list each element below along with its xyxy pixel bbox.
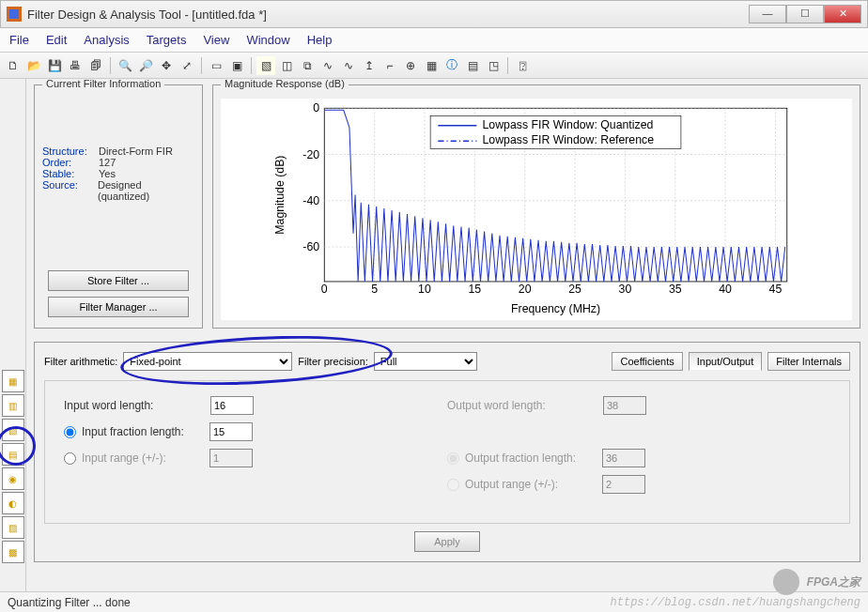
svg-text:10: 10 <box>418 283 431 296</box>
tab-input-output[interactable]: Input/Output <box>689 352 763 371</box>
titlebar: Filter Design & Analysis Tool - [untitle… <box>0 0 868 28</box>
apply-button: Apply <box>414 531 480 552</box>
structure-label: Structure: <box>42 145 99 157</box>
info-icon[interactable]: ⓘ <box>442 56 461 75</box>
iwl-label: Input word length: <box>64 399 205 412</box>
menu-window[interactable]: Window <box>246 33 289 47</box>
watermark-text: FPGA之家 <box>807 574 860 590</box>
store-filter-button[interactable]: Store Filter ... <box>48 270 189 291</box>
groupdelay-icon[interactable]: ∿ <box>318 56 337 75</box>
phase-plot-icon[interactable]: ◫ <box>277 56 296 75</box>
or-radio <box>447 479 459 491</box>
legend-series1: Lowpass FIR Window: Quantized <box>483 118 654 131</box>
window-icon[interactable]: ▭ <box>207 56 225 75</box>
output-fraction-length-field <box>602 449 645 467</box>
svg-text:35: 35 <box>669 283 682 296</box>
output-range-field <box>602 475 645 494</box>
side-transform-icon[interactable]: ▨ <box>2 516 24 539</box>
cfi-legend: Current Filter Information <box>42 79 164 89</box>
left-sidebar: ▦ ▥ ▧ ▤ ◉ ◐ ▨ ▩ <box>0 79 26 591</box>
side-multirate-icon[interactable]: ▤ <box>2 443 24 466</box>
input-range-field <box>209 449 253 467</box>
current-filter-info-panel: Current Filter Information Structure:Dir… <box>34 84 203 329</box>
status-text: Quantizing Filter ... done <box>8 596 131 609</box>
printpreview-icon[interactable]: 🗐 <box>86 56 105 75</box>
pan-icon[interactable]: ✥ <box>157 56 176 75</box>
save-icon[interactable]: 💾 <box>45 56 64 75</box>
ifl-label: Input fraction length: <box>82 425 204 438</box>
menu-view[interactable]: View <box>203 33 229 47</box>
stable-value: Yes <box>99 168 116 179</box>
ir-radio[interactable] <box>64 452 76 465</box>
phasedelay-icon[interactable]: ∿ <box>339 56 358 75</box>
ifl-radio[interactable] <box>64 426 76 438</box>
maximize-button[interactable]: ☐ <box>786 5 824 23</box>
svg-text:5: 5 <box>371 283 378 296</box>
open-icon[interactable]: 📂 <box>24 56 43 75</box>
side-xform-icon[interactable]: ▩ <box>2 541 24 563</box>
stable-label: Stable: <box>42 168 99 179</box>
side-design-icon[interactable]: ▦ <box>2 370 24 392</box>
menu-edit[interactable]: Edit <box>46 33 67 47</box>
polezero-icon[interactable]: ⊕ <box>401 56 420 75</box>
print-icon[interactable]: 🖶 <box>66 56 85 75</box>
side-import-icon[interactable]: ▥ <box>2 394 24 417</box>
svg-text:25: 25 <box>568 283 581 296</box>
quantization-params-panel: Filter arithmetic: Fixed-point Filter pr… <box>34 342 860 562</box>
menu-analysis[interactable]: Analysis <box>84 33 129 47</box>
input-fraction-length-field[interactable] <box>209 422 253 441</box>
roundoff-icon[interactable]: ◳ <box>484 56 503 75</box>
menu-file[interactable]: File <box>9 33 29 47</box>
wechat-icon <box>773 569 799 595</box>
magest-icon[interactable]: ▤ <box>463 56 482 75</box>
tab-filter-internals[interactable]: Filter Internals <box>767 352 850 371</box>
legend-series2: Lowpass FIR Window: Reference <box>483 133 655 146</box>
zoomin-icon[interactable]: 🔍 <box>116 56 134 75</box>
toolbar: 🗋 📂 💾 🖶 🗐 🔍 🔎 ✥ ⤢ ▭ ▣ ▧ ◫ ⧉ ∿ ∿ ↥ ⌐ ⊕ ▦ … <box>0 53 868 79</box>
order-value: 127 <box>99 157 116 168</box>
tab-coefficients[interactable]: Coefficients <box>612 352 682 371</box>
step-icon[interactable]: ⌐ <box>380 56 399 75</box>
impulse-icon[interactable]: ↥ <box>360 56 379 75</box>
filter-arithmetic-select[interactable]: Fixed-point <box>123 352 292 371</box>
input-word-length-field[interactable] <box>210 396 254 415</box>
source-value: Designed (quantized) <box>98 179 194 202</box>
help-icon[interactable]: ⍰ <box>513 56 532 75</box>
close-button[interactable]: ✕ <box>824 5 861 23</box>
filter-manager-button[interactable]: Filter Manager ... <box>48 297 189 317</box>
side-polezero-icon[interactable]: ◐ <box>2 492 24 514</box>
mag-plot-icon[interactable]: ▧ <box>256 56 275 75</box>
side-quantize-icon[interactable]: ▧ <box>2 419 24 441</box>
window-title: Filter Design & Analysis Tool - [untitle… <box>27 8 749 22</box>
app-icon <box>7 7 22 22</box>
filter-precision-select[interactable]: Full <box>374 352 477 371</box>
owl-label: Output word length: <box>447 399 597 412</box>
watermark: FPGA之家 <box>773 569 860 595</box>
zoomfull-icon[interactable]: ⤢ <box>178 56 196 75</box>
order-label: Order: <box>42 157 99 168</box>
structure-value: Direct-Form FIR <box>99 145 173 157</box>
restore-icon[interactable]: ▣ <box>227 56 246 75</box>
svg-text:0: 0 <box>313 101 319 115</box>
ylabel: Magnitude (dB) <box>273 156 287 235</box>
magphase-icon[interactable]: ⧉ <box>298 56 317 75</box>
svg-text:20: 20 <box>519 283 532 296</box>
minimize-button[interactable]: — <box>749 5 786 23</box>
svg-text:-20: -20 <box>302 148 319 161</box>
side-realize-icon[interactable]: ◉ <box>2 467 24 490</box>
menu-help[interactable]: Help <box>307 33 333 47</box>
menu-targets[interactable]: Targets <box>147 33 187 47</box>
svg-text:40: 40 <box>719 283 732 296</box>
ir-label: Input range (+/-): <box>82 451 204 465</box>
new-icon[interactable]: 🗋 <box>4 56 23 75</box>
svg-text:-40: -40 <box>302 194 319 207</box>
plot-legend: Magnitude Response (dB) <box>221 79 349 89</box>
svg-text:45: 45 <box>769 283 783 296</box>
output-word-length-field <box>603 396 646 415</box>
arith-label: Filter arithmetic: <box>44 356 117 367</box>
coeffs-icon[interactable]: ▦ <box>422 56 441 75</box>
prec-label: Filter precision: <box>298 356 368 367</box>
zoomout-icon[interactable]: 🔎 <box>136 56 155 75</box>
statusbar: Quantizing Filter ... done https://blog.… <box>0 591 868 612</box>
ofl-label: Output fraction length: <box>465 451 597 465</box>
